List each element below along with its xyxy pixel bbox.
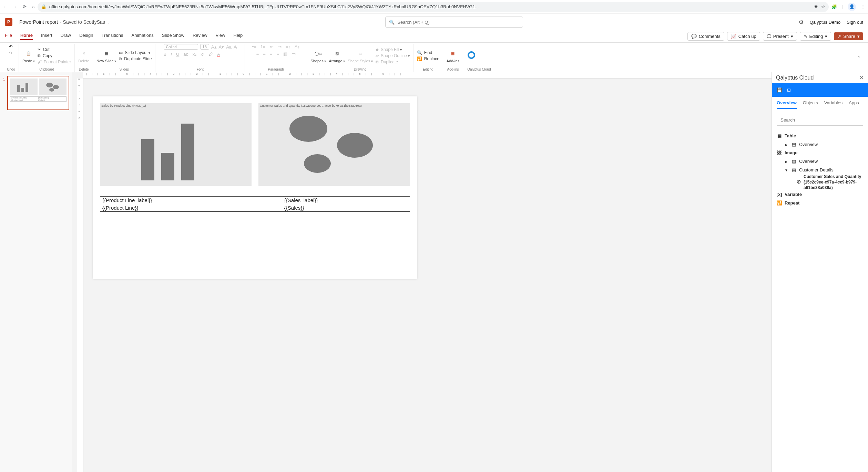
tab-review[interactable]: Review: [193, 33, 207, 40]
tab-help[interactable]: Help: [233, 33, 243, 40]
superscript-button[interactable]: x²: [201, 52, 204, 57]
site-info-icon[interactable]: 🔒: [41, 4, 47, 9]
powerpoint-icon[interactable]: P: [5, 18, 12, 26]
tab-slideshow[interactable]: Slide Show: [162, 33, 184, 40]
panel-tab-objects[interactable]: Objects: [803, 100, 818, 109]
shrink-font-icon[interactable]: A▾: [219, 44, 224, 50]
reload-icon[interactable]: ⟳: [23, 4, 27, 9]
bold-button[interactable]: B: [164, 52, 167, 57]
align-center-button[interactable]: ≡: [263, 51, 266, 56]
format-painter-button[interactable]: 🖌Format Painter: [38, 60, 71, 64]
font-name-select[interactable]: Calibri: [164, 44, 198, 50]
kebab-menu-icon[interactable]: ⋮: [861, 4, 865, 9]
underline-button[interactable]: U: [176, 52, 179, 57]
search-input[interactable]: 🔍 Search (Alt + Q): [385, 17, 523, 28]
duplicate-slide-button[interactable]: ⧉Duplicate Slide: [119, 56, 152, 61]
caret-right-icon[interactable]: ▶: [784, 158, 788, 165]
panel-tab-overview[interactable]: Overview: [777, 100, 797, 109]
url-bar[interactable]: 🔒 office.qalyptus.com/home/edit/eyJmaWxl…: [38, 2, 829, 12]
line-spacing-button[interactable]: ≡↕: [286, 44, 290, 49]
extensions-icon[interactable]: 🧩: [831, 4, 837, 9]
tree-node-image[interactable]: 🖼Image: [777, 149, 863, 157]
slide[interactable]: Sales by Product Line (NkMp_1) Customer …: [93, 96, 417, 279]
tab-home[interactable]: Home: [20, 33, 33, 40]
undo-button[interactable]: ↶: [9, 44, 13, 49]
shapes-button[interactable]: ◯▭Shapes: [310, 49, 326, 63]
indent-inc-button[interactable]: ⇥: [278, 44, 282, 49]
align-right-button[interactable]: ≡: [270, 51, 273, 56]
tree-node-customer-sales[interactable]: ⦿Customer Sales and Quantity (15c2c9ee-c…: [777, 174, 863, 190]
redo-button[interactable]: ↷: [9, 51, 13, 56]
tree-node-table[interactable]: ▦Table: [777, 132, 863, 140]
share-button[interactable]: ↗Share▾: [834, 32, 863, 40]
chevron-down-icon[interactable]: ⌄: [857, 53, 861, 59]
chevron-down-icon[interactable]: ▾: [825, 34, 827, 39]
gear-icon[interactable]: ⚙: [799, 19, 804, 25]
subscript-button[interactable]: x₂: [193, 52, 197, 57]
cut-button[interactable]: ✂Cut: [38, 47, 71, 52]
present-button[interactable]: 🖵Present▾: [763, 32, 797, 41]
tab-transitions[interactable]: Transitions: [101, 33, 123, 40]
shape-fill-button[interactable]: ◆Shape Fill: [376, 47, 410, 52]
align-left-button[interactable]: ≡: [256, 51, 259, 56]
tab-view[interactable]: View: [216, 33, 225, 40]
forward-icon[interactable]: →: [13, 4, 17, 9]
duplicate-shape-button[interactable]: ⧉Duplicate: [376, 60, 410, 64]
tree-node-repeat[interactable]: 🔁Repeat: [777, 199, 863, 208]
tenant-name[interactable]: Qalyptus Demo: [810, 20, 841, 25]
table-cell[interactable]: {{Sales}}: [282, 204, 410, 212]
clear-format-icon[interactable]: A̶: [234, 44, 237, 50]
caret-down-icon[interactable]: ▼: [784, 167, 788, 174]
slide-canvas-area[interactable]: | | | 6 | | | 5 | | | 4 | | | 3 | | | 2 …: [72, 72, 772, 472]
bubble-chart-placeholder[interactable]: Customer Sales and Quantity (15c2c9ee-c9…: [258, 103, 410, 186]
addins-button[interactable]: ▦Add-ins: [447, 49, 459, 63]
smartart-button[interactable]: ▭: [292, 51, 296, 56]
star-icon[interactable]: ☆: [821, 4, 825, 9]
panel-tab-variables[interactable]: Variables: [824, 100, 843, 109]
tree-node-variable[interactable]: [x]Variable: [777, 190, 863, 199]
text-dir-button[interactable]: A↕: [295, 44, 300, 49]
comments-button[interactable]: 💬Comments: [687, 32, 724, 41]
copy-button[interactable]: ⧉Copy: [38, 53, 71, 58]
columns-button[interactable]: ▥: [283, 51, 287, 56]
chevron-down-icon[interactable]: ▾: [791, 34, 793, 39]
table-cell[interactable]: {{Product Line}}: [100, 204, 282, 212]
arrange-button[interactable]: ▧Arrange: [329, 49, 345, 63]
shape-outline-button[interactable]: ▱Shape Outline: [376, 53, 410, 58]
bullets-button[interactable]: •≡: [252, 44, 256, 49]
profile-avatar[interactable]: 👤: [848, 3, 856, 11]
panel-tab-apps[interactable]: Apps: [849, 100, 859, 109]
font-size-select[interactable]: 18: [200, 44, 209, 50]
catchup-button[interactable]: 📈Catch up: [727, 32, 760, 41]
change-case-icon[interactable]: Aa: [226, 44, 232, 50]
chevron-down-icon[interactable]: ⌄: [107, 20, 110, 24]
tree-node-customer-details[interactable]: ▼▤Customer Details: [777, 166, 863, 175]
eye-off-icon[interactable]: 👁: [814, 4, 818, 9]
replace-button[interactable]: 🔁Replace: [417, 56, 439, 61]
settings-icon[interactable]: ⊡: [787, 87, 791, 93]
caret-right-icon[interactable]: ▶: [784, 141, 788, 148]
table-cell[interactable]: {{Sales_label}}: [282, 197, 410, 204]
tab-draw[interactable]: Draw: [61, 33, 71, 40]
new-slide-button[interactable]: ▦ New Slide: [96, 49, 116, 63]
sign-out-link[interactable]: Sign out: [847, 20, 863, 25]
tab-animations[interactable]: Animations: [132, 33, 154, 40]
tab-design[interactable]: Design: [79, 33, 93, 40]
italic-button[interactable]: I: [171, 52, 172, 57]
indent-dec-button[interactable]: ⇤: [270, 44, 274, 49]
save-icon[interactable]: 💾: [777, 87, 782, 93]
editing-mode-button[interactable]: ✎Editing▾: [800, 32, 831, 41]
panel-search-input[interactable]: [777, 114, 863, 126]
find-button[interactable]: 🔍Find: [417, 50, 439, 55]
bar-chart-placeholder[interactable]: Sales by Product Line (NkMp_1): [100, 103, 252, 186]
slide-layout-button[interactable]: ▭Slide Layout: [119, 50, 152, 55]
numbering-button[interactable]: 1≡: [261, 44, 266, 49]
slide-thumbnail-1[interactable]: {{Product Line_label}}{{Sales_label}} {{…: [7, 76, 69, 110]
justify-button[interactable]: ≡: [276, 51, 279, 56]
font-color-button[interactable]: A: [217, 52, 220, 57]
strike-button[interactable]: ab: [183, 52, 188, 57]
tree-node-overview-1[interactable]: ▶▤Overview: [777, 140, 863, 149]
shape-styles-button[interactable]: ▭Shape Styles: [348, 49, 373, 63]
home-icon[interactable]: ⌂: [32, 4, 35, 9]
paste-button[interactable]: 📋 Paste: [22, 49, 35, 63]
